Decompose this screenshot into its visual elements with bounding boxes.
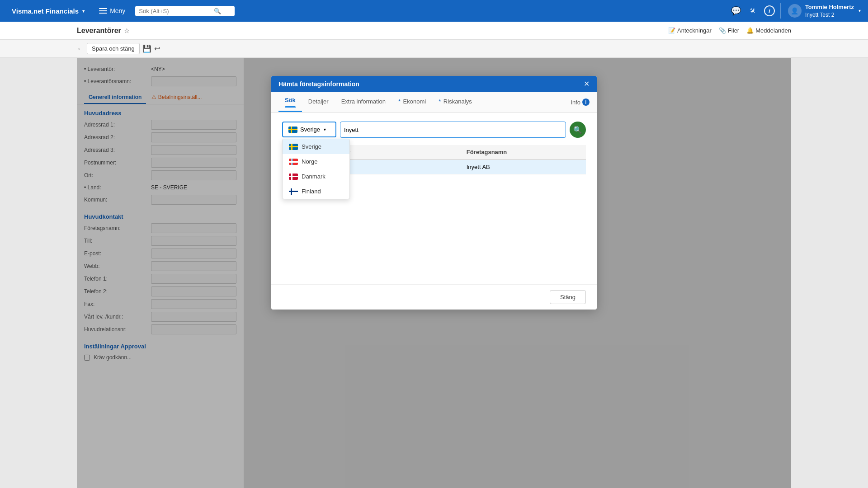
modal-body: Sverige ▾ Sverige xyxy=(271,113,597,284)
tab-detaljer[interactable]: Detaljer xyxy=(302,94,335,111)
search-row: Sverige ▾ Sverige xyxy=(282,122,586,138)
tab-ekonomi-label: Ekonomi xyxy=(403,98,426,105)
company-name-cell: Inyett AB xyxy=(461,160,586,174)
flag-no-icon xyxy=(289,159,298,165)
stang-label: Stäng xyxy=(560,294,576,300)
sub-nav: Leverantörer ☆ 📝 Anteckningar 📎 Filer 🔔 … xyxy=(0,22,868,40)
flag-fi-icon xyxy=(289,188,298,195)
country-no-label: Norge xyxy=(302,158,317,165)
anteckningar-icon: 📝 xyxy=(668,27,675,34)
nav-icons: 💬 ✈ i xyxy=(731,5,775,16)
sub-nav-actions: 📝 Anteckningar 📎 Filer 🔔 Meddelanden xyxy=(668,27,791,34)
filer-label: Filer xyxy=(728,27,739,34)
modal-title: Hämta företagsinformation xyxy=(278,80,359,88)
stang-button[interactable]: Stäng xyxy=(550,290,586,304)
breadcrumb-text: Leverantörer xyxy=(77,27,121,35)
tab-riskanalys[interactable]: Riskanalys xyxy=(432,94,478,111)
country-option-se[interactable]: Sverige xyxy=(283,139,349,154)
brand-chevron-icon: ▾ xyxy=(82,9,85,14)
filer-icon: 📎 xyxy=(719,27,726,34)
country-dropdown: Sverige Norge Danma xyxy=(282,139,350,199)
menu-label: Meny xyxy=(110,7,125,14)
save-close-button[interactable]: Spara och stäng xyxy=(87,43,140,54)
user-info: Tommie Holmertz Inyett Test 2 xyxy=(805,3,854,19)
save-close-label: Spara och stäng xyxy=(92,45,135,52)
country-chevron-icon: ▾ xyxy=(324,127,326,132)
info-label: Info xyxy=(571,99,580,106)
user-name: Tommie Holmertz xyxy=(805,3,854,11)
modal-info: Info i xyxy=(571,95,590,109)
info-icon: i xyxy=(582,99,590,106)
anteckningar-button[interactable]: 📝 Anteckningar xyxy=(668,27,712,34)
top-nav: Visma.net Financials ▾ Meny 🔍 💬 ✈ i 👤 To… xyxy=(0,0,868,22)
favorite-icon[interactable]: ☆ xyxy=(124,27,130,34)
brand-label: Visma.net Financials xyxy=(12,7,79,15)
modal-overlay: Hämta företagsinformation ✕ Sök Detaljer… xyxy=(77,58,791,488)
tab-detaljer-label: Detaljer xyxy=(308,98,329,105)
selected-country-label: Sverige xyxy=(300,126,320,133)
search-icon: 🔍 xyxy=(214,8,221,14)
save-icon[interactable]: 💾 xyxy=(142,44,151,53)
flag-se-icon xyxy=(289,144,298,150)
chat-icon[interactable]: 💬 xyxy=(731,6,741,16)
selected-flag-icon xyxy=(288,127,297,133)
user-company: Inyett Test 2 xyxy=(805,11,854,19)
brand-button[interactable]: Visma.net Financials ▾ xyxy=(7,5,89,18)
modal-footer: Stäng xyxy=(271,284,597,310)
flag-dk-icon xyxy=(289,174,298,180)
tab-ekonomi[interactable]: Ekonomi xyxy=(392,94,432,111)
country-se-label: Sverige xyxy=(302,143,321,150)
tab-sok[interactable]: Sök xyxy=(278,92,302,112)
meddelanden-icon: 🔔 xyxy=(746,27,754,34)
anteckningar-label: Anteckningar xyxy=(677,27,712,34)
col-company-header: Företagsnamn xyxy=(461,145,586,160)
help-icon[interactable]: i xyxy=(764,5,775,16)
modal-tabs: Sök Detaljer Extra information Ekonomi R… xyxy=(271,92,597,113)
toolbar: ← Spara och stäng 💾 ↩ xyxy=(0,40,868,58)
country-option-fi[interactable]: Finland xyxy=(283,184,349,199)
main-area: Leverantör: <NY> Leverantörsnamn: Genere… xyxy=(0,58,868,488)
breadcrumb: Leverantörer ☆ xyxy=(77,27,130,35)
country-option-no[interactable]: Norge xyxy=(283,154,349,169)
search-input[interactable] xyxy=(139,8,211,14)
search-box[interactable]: 🔍 xyxy=(135,6,235,16)
tab-riskanalys-label: Riskanalys xyxy=(443,98,472,105)
modal-header: Hämta företagsinformation ✕ xyxy=(271,76,597,92)
user-menu[interactable]: 👤 Tommie Holmertz Inyett Test 2 ▾ xyxy=(780,3,861,19)
tab-extra-info[interactable]: Extra information xyxy=(335,94,392,111)
send-icon[interactable]: ✈ xyxy=(746,5,758,17)
modal-dialog: Hämta företagsinformation ✕ Sök Detaljer… xyxy=(271,76,597,310)
country-option-dk[interactable]: Danmark xyxy=(283,169,349,184)
meddelanden-label: Meddelanden xyxy=(755,27,791,34)
filer-button[interactable]: 📎 Filer xyxy=(719,27,739,34)
search-input-wrap[interactable] xyxy=(340,122,566,138)
user-chevron-icon: ▾ xyxy=(859,8,861,13)
hamburger-icon xyxy=(99,8,107,14)
undo-icon[interactable]: ↩ xyxy=(154,44,160,53)
country-select[interactable]: Sverige ▾ Sverige xyxy=(282,122,336,138)
meddelanden-button[interactable]: 🔔 Meddelanden xyxy=(746,27,791,34)
avatar: 👤 xyxy=(788,4,802,18)
back-icon[interactable]: ← xyxy=(77,45,84,53)
country-fi-label: Finland xyxy=(302,188,321,195)
modal-close-button[interactable]: ✕ xyxy=(584,80,590,88)
country-dk-label: Danmark xyxy=(302,173,326,180)
tab-extra-info-label: Extra information xyxy=(341,98,386,105)
tab-sok-label: Sök xyxy=(285,97,296,103)
menu-button[interactable]: Meny xyxy=(94,5,130,17)
company-search-input[interactable] xyxy=(344,127,562,133)
search-execute-icon: 🔍 xyxy=(573,126,582,134)
country-dropdown-button[interactable]: Sverige ▾ xyxy=(282,122,336,137)
search-execute-button[interactable]: 🔍 xyxy=(570,122,586,138)
